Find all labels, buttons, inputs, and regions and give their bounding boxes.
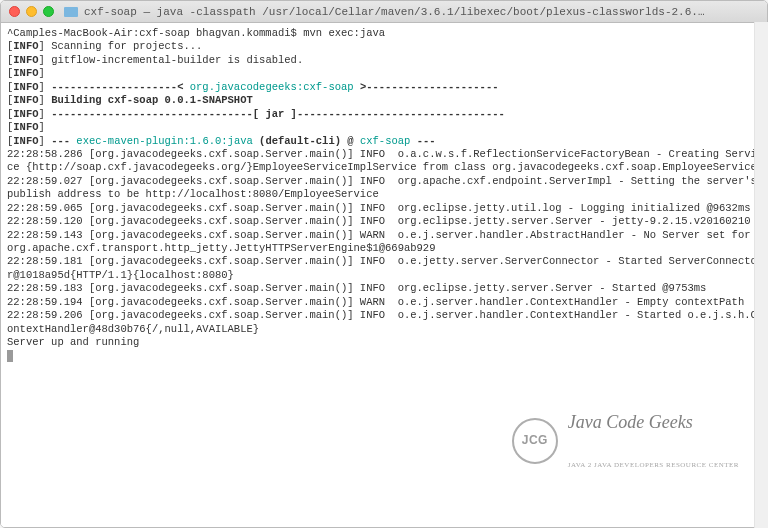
log-line: 22:28:58.286 [org.javacodegeeks.cxf.soap…	[7, 148, 757, 173]
scrollbar[interactable]	[754, 22, 768, 528]
minimize-icon[interactable]	[26, 6, 37, 17]
log-line: gitflow-incremental-builder is disabled.	[51, 54, 303, 66]
window-title: cxf-soap — java -classpath /usr/local/Ce…	[84, 6, 759, 18]
watermark-subtitle: JAVA 2 JAVA DEVELOPERS RESOURCE CENTER	[568, 461, 739, 470]
log-line: 22:28:59.065 [org.javacodegeeks.cxf.soap…	[7, 202, 751, 214]
window-controls	[9, 6, 54, 17]
log-line: Server up and running	[7, 336, 139, 348]
log-line: 22:28:59.143 [org.javacodegeeks.cxf.soap…	[7, 229, 757, 254]
log-level-info: INFO	[13, 40, 38, 52]
titlebar[interactable]: cxf-soap — java -classpath /usr/local/Ce…	[1, 1, 767, 23]
log-line: 22:28:59.027 [org.javacodegeeks.cxf.soap…	[7, 175, 763, 200]
watermark-title: Java Code Geeks	[568, 411, 739, 434]
log-line: Building cxf-soap 0.0.1-SNAPSHOT	[51, 94, 253, 106]
maven-project: org.javacodegeeks:cxf-soap	[190, 81, 354, 93]
log-line: --------------------------------[ jar ]-…	[51, 108, 505, 120]
log-line: 22:28:59.183 [org.javacodegeeks.cxf.soap…	[7, 282, 706, 294]
terminal-output[interactable]: ^Camples-MacBook-Air:cxf-soap bhagvan.ko…	[1, 23, 767, 527]
terminal-window: cxf-soap — java -classpath /usr/local/Ce…	[0, 0, 768, 528]
maven-plugin: exec-maven-plugin:1.6.0:java	[76, 135, 252, 147]
close-icon[interactable]	[9, 6, 20, 17]
log-line: --------------------<	[51, 81, 190, 93]
watermark: JCG Java Code Geeks JAVA 2 JAVA DEVELOPE…	[512, 384, 739, 497]
log-line: 22:28:59.194 [org.javacodegeeks.cxf.soap…	[7, 296, 744, 308]
watermark-badge: JCG	[512, 418, 558, 464]
cursor-icon	[7, 350, 13, 362]
log-line: Scanning for projects...	[51, 40, 202, 52]
log-line: 22:28:59.181 [org.javacodegeeks.cxf.soap…	[7, 255, 757, 280]
shell-prompt: ^Camples-MacBook-Air:cxf-soap bhagvan.ko…	[7, 27, 385, 39]
log-line: 22:28:59.206 [org.javacodegeeks.cxf.soap…	[7, 309, 757, 334]
folder-icon	[64, 7, 78, 17]
maximize-icon[interactable]	[43, 6, 54, 17]
log-line: 22:28:59.120 [org.javacodegeeks.cxf.soap…	[7, 215, 751, 227]
